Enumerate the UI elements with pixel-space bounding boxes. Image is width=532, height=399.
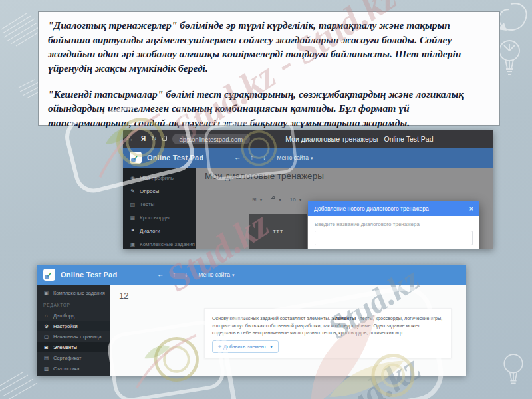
- sidebar-item-my-profile[interactable]: ◉ Мой профиль: [123, 171, 196, 184]
- sidebar-item-label: Диалоги: [140, 228, 160, 234]
- editor-main: 12 Основу комплексных заданий составляют…: [110, 285, 466, 376]
- sidebar-item-dialogs[interactable]: ❝ Диалоги: [123, 224, 196, 237]
- dashboard-icon: ⌂: [43, 313, 49, 319]
- sidebar-item-start-page[interactable]: ▢ Начальная страница: [37, 331, 110, 342]
- browser-toolbar: ← Я ↻ app.onlinetestpad.com Мои диалогов…: [123, 130, 493, 148]
- trainer-card[interactable]: ТТТ: [249, 214, 307, 249]
- sidebar-item-crosswords[interactable]: ▦ Кроссворды: [123, 211, 196, 224]
- sidebar-item-surveys[interactable]: ✎ Опросы: [123, 184, 196, 198]
- chevron-down-icon: ▾: [311, 156, 313, 160]
- sidebar-item-certificate[interactable]: ▤ Сертификат: [37, 352, 110, 363]
- doodle-lightbulb-bottom-right: [499, 351, 528, 390]
- chevron-down-icon: ▾: [260, 198, 263, 203]
- certificate-icon: ▤: [43, 355, 49, 361]
- site-menu-button[interactable]: Меню сайта▾: [198, 271, 234, 278]
- sidebar-item-label: Сертификат: [53, 355, 81, 361]
- survey-icon: ✎: [130, 188, 136, 194]
- list-toolbar: ⊞▾ ▾ 10▾: [252, 197, 301, 203]
- complex-task-icon: ▣: [43, 290, 49, 296]
- close-icon[interactable]: ×: [469, 205, 473, 213]
- sidebar-item-statistics[interactable]: ▥ Статистика: [37, 363, 110, 374]
- elements-icon: ⊞: [43, 344, 49, 350]
- access-filter-dropdown[interactable]: ▾: [271, 198, 281, 203]
- add-trainer-modal: Добавление нового диалогового тренажера …: [308, 201, 479, 249]
- screenshot-dialog-trainers: ← Я ↻ app.onlinetestpad.com Мои диалогов…: [123, 130, 493, 249]
- sidebar-item-label: Комплексные задания: [53, 290, 105, 296]
- sidebar-item-complex-tasks[interactable]: ▣ Комплексные задания: [123, 237, 196, 249]
- sidebar-item-label: Статистика: [53, 366, 79, 372]
- page-icon: ▢: [43, 334, 49, 340]
- nav-up-icon[interactable]: ↑: [250, 154, 253, 161]
- brand-name[interactable]: Online Test Pad: [61, 271, 117, 279]
- sidebar-item-label: Тесты: [140, 201, 154, 207]
- nav-down-icon[interactable]: ↓: [184, 271, 188, 278]
- lock-icon: [271, 198, 275, 201]
- sidebar: ◉ Мой профиль ✎ Опросы ▤ Тесты ▦ Кроссво…: [123, 168, 196, 249]
- nav-back-icon[interactable]: ←: [157, 271, 164, 278]
- sidebar-item-label: Настройки: [53, 323, 78, 329]
- brand-name[interactable]: Online Test Pad: [147, 154, 203, 162]
- onlinetestpad-logo-icon: ✓: [130, 152, 142, 164]
- browser-tab-title: Мои диалоговые тренажеры - Online Test P…: [285, 135, 433, 143]
- chevron-down-icon: ▾: [279, 198, 281, 203]
- yandex-icon[interactable]: Я: [141, 136, 146, 142]
- crossword-icon: ▦: [130, 215, 136, 221]
- task-title: 12: [119, 291, 128, 301]
- sidebar-item-label: Элементы: [53, 344, 77, 350]
- site-header: ✓ Online Test Pad ← ↑ ↓ Меню сайта▾: [123, 148, 493, 168]
- trainer-name-label: Введите название диалогового тренажера: [315, 221, 473, 227]
- address-bar[interactable]: app.onlinetestpad.com: [172, 134, 251, 144]
- sidebar-item-label: Начальная страница: [53, 334, 102, 340]
- intro-paragraph-1: "Диалогтық тренажерлер" бөлімінде әр түр…: [48, 18, 490, 76]
- modal-header: Добавление нового диалогового тренажера …: [308, 201, 479, 216]
- refresh-icon[interactable]: ↻: [151, 136, 156, 142]
- site-menu-button[interactable]: Меню сайта▾: [277, 154, 313, 161]
- intro-text-panel: "Диалогтық тренажерлер" бөлімінде әр түр…: [38, 11, 500, 126]
- sidebar-item-elements[interactable]: ⊞ Элементы: [37, 342, 110, 352]
- nav-up-icon[interactable]: ↑: [172, 271, 176, 278]
- statistics-icon: ▥: [43, 366, 49, 372]
- chevron-down-icon: ▾: [299, 198, 302, 203]
- screenshot-complex-task-editor: ✓ Online Test Pad ← ↑ ↓ Меню сайта▾ ▣ Ко…: [37, 265, 466, 376]
- trainer-card-title: ТТТ: [273, 229, 283, 235]
- chevron-down-icon: ▾: [270, 344, 273, 350]
- onlinetestpad-logo-icon: ✓: [43, 269, 55, 281]
- add-element-button[interactable]: + Добавить элемент ▾: [212, 340, 279, 353]
- nav-back-icon[interactable]: ←: [234, 154, 241, 161]
- sidebar-item-label: Дашборд: [53, 313, 74, 319]
- intro-paragraph-2: "Кешенді тапсырмалар" бөлімі тест сұрақт…: [48, 87, 490, 130]
- modal-title: Добавление нового диалогового тренажера: [314, 205, 469, 212]
- sidebar-item-label: Комплексные задания: [140, 241, 195, 247]
- page-size-dropdown[interactable]: 10▾: [290, 197, 301, 203]
- sidebar-item-label: Опросы: [140, 188, 159, 194]
- view-grid-dropdown[interactable]: ⊞▾: [252, 197, 262, 203]
- sidebar-item-tests[interactable]: ▤ Тесты: [123, 198, 196, 211]
- grid-icon: ⊞: [252, 197, 257, 203]
- editor-sidebar: ▣ Комплексные задания РЕДАКТОР ⌂ Дашборд…: [37, 285, 110, 376]
- sidebar-item-settings[interactable]: ⚙ Настройки: [37, 321, 110, 331]
- sidebar-item-dashboard[interactable]: ⌂ Дашборд: [37, 310, 110, 321]
- test-icon: ▤: [130, 201, 136, 207]
- site-header: ✓ Online Test Pad ← ↑ ↓ Меню сайта▾: [37, 265, 466, 285]
- trainer-name-input[interactable]: [315, 231, 473, 245]
- complex-task-icon: ▣: [130, 241, 136, 247]
- chevron-down-icon: ▾: [232, 273, 235, 277]
- elements-info-card: Основу комплексных заданий составляют эл…: [204, 308, 452, 358]
- ssl-lock-icon: [162, 138, 167, 141]
- sidebar-item-complex-tasks[interactable]: ▣ Комплексные задания: [37, 287, 110, 298]
- elements-description: Основу комплексных заданий составляют эл…: [212, 315, 444, 336]
- editor-section-label: РЕДАКТОР: [37, 298, 110, 310]
- profile-icon: ◉: [130, 175, 136, 181]
- plus-icon: +: [218, 344, 221, 350]
- browser-back-icon[interactable]: ←: [129, 136, 136, 142]
- nav-down-icon[interactable]: ↓: [263, 154, 266, 161]
- dialog-icon: ❝: [130, 228, 136, 234]
- page-title: Мои диалоговые тренажеры: [205, 171, 324, 181]
- sidebar-item-label: Мой профиль: [140, 175, 174, 181]
- gear-icon: ⚙: [43, 323, 49, 329]
- sidebar-item-label: Кроссворды: [140, 215, 170, 221]
